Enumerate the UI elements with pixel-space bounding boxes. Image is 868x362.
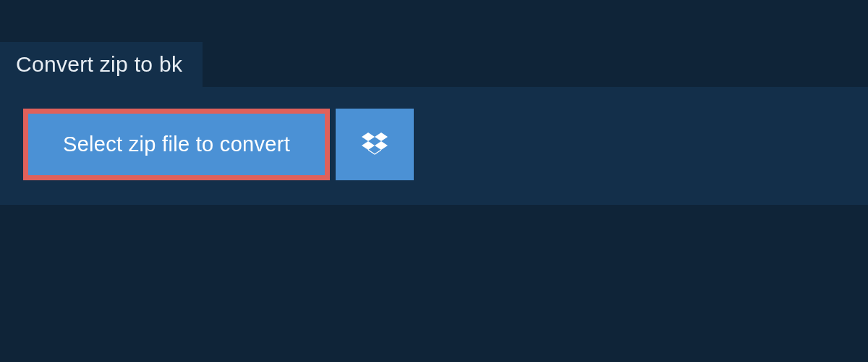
file-select-row: Select zip file to convert	[23, 109, 845, 180]
tab-convert[interactable]: Convert zip to bk	[0, 42, 203, 87]
dropbox-button[interactable]	[336, 109, 414, 180]
tab-title: Convert zip to bk	[16, 52, 182, 76]
dropbox-icon	[362, 130, 388, 159]
select-file-button[interactable]: Select zip file to convert	[28, 114, 325, 175]
converter-panel: Select zip file to convert	[0, 87, 868, 205]
select-file-label: Select zip file to convert	[63, 132, 290, 156]
select-file-highlight: Select zip file to convert	[23, 109, 330, 180]
